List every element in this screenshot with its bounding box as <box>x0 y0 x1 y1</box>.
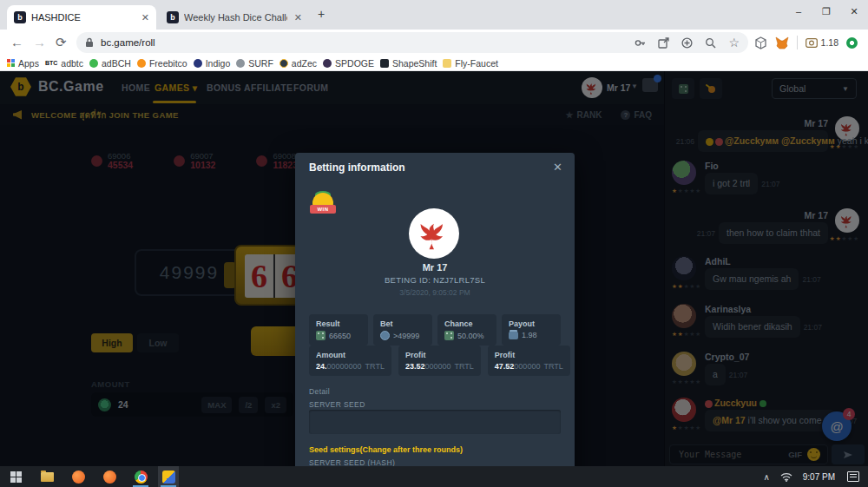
tab-title: HASHDICE <box>31 12 135 23</box>
ticker-icon <box>806 38 818 48</box>
card-label: Profit <box>495 351 563 359</box>
start-button[interactable] <box>5 466 26 487</box>
zoom-icon[interactable] <box>705 37 716 49</box>
server-seed-field[interactable] <box>309 410 561 434</box>
bookmark-spdoge[interactable]: SPDOGE <box>323 58 374 69</box>
window-close-button[interactable]: ✕ <box>840 0 868 23</box>
price-ticker-extension[interactable]: 1.18 <box>806 37 838 48</box>
tray-expand-icon[interactable]: ∧ <box>763 472 769 482</box>
amount-card: Amount 24.00000000TRTL <box>309 346 391 376</box>
phoenix-icon <box>415 214 453 253</box>
modal-close-icon[interactable]: ✕ <box>553 161 562 174</box>
player-avatar[interactable] <box>409 208 459 259</box>
tab-challenge[interactable]: b Weekly Hash Dice Challenge - Se ✕ <box>160 5 309 30</box>
bet-card: Bet >49999 <box>373 314 432 346</box>
stat-cards-row1: Result 66650 Bet >49999 Chance 50.00% Pa… <box>309 314 561 346</box>
shapeshift-icon <box>380 59 389 68</box>
adbch-icon <box>89 59 98 68</box>
taskbar-app-1[interactable] <box>68 466 89 487</box>
page-content: b BC.Game HOME GAMES ▾ BONUS AFFILIATE F… <box>0 71 868 466</box>
bookmark-label: SURF <box>248 58 273 69</box>
bookmark-freebitco[interactable]: Freebitco <box>137 58 187 69</box>
screen: b HASHDICE ✕ b Weekly Hash Dice Challeng… <box>0 0 868 487</box>
bookmark-adbch[interactable]: adBCH <box>89 58 131 69</box>
address-bar[interactable]: bc.game/roll ☆ <box>76 32 748 53</box>
refresh-icon[interactable]: ⟳ <box>56 35 67 50</box>
currency-unit: TRTL <box>365 362 385 371</box>
detail-label: Detail <box>309 387 330 396</box>
tab-hashdice[interactable]: b HASHDICE ✕ <box>7 5 156 30</box>
windows-icon <box>10 471 22 483</box>
amount-strong: 24. <box>316 362 327 371</box>
bookmark-adzec[interactable]: adZec <box>279 58 317 69</box>
indigo-icon <box>194 59 202 68</box>
bookmark-label: Freebitco <box>149 58 187 69</box>
server-seed-hash-label: SERVER SEED (HASH) <box>309 458 395 466</box>
action-center-icon[interactable] <box>847 471 859 482</box>
bookmarks-bar: Apps BTCadbtc adBCH Freebitco Indigo SUR… <box>0 56 868 71</box>
card-label: Bet <box>380 319 425 328</box>
bookmark-surf[interactable]: SURF <box>236 58 273 69</box>
folder-icon <box>41 472 54 482</box>
adblock-icon[interactable] <box>681 37 693 49</box>
card-value: >49999 <box>393 332 419 340</box>
active-app-button[interactable] <box>158 466 179 487</box>
betting-id: BETING ID: NZJ7LRL7SL <box>295 275 575 285</box>
coin-icon <box>380 331 390 340</box>
forward-icon[interactable]: → <box>33 35 46 49</box>
card-label: Chance <box>444 319 490 328</box>
bookmark-label: adBCH <box>102 58 131 69</box>
amount-rest: 00000000 <box>327 362 362 371</box>
taskbar: ∧ 9:07 PM <box>0 466 868 487</box>
bookmark-label: adZec <box>292 58 317 69</box>
tab-close-icon[interactable]: ✕ <box>294 12 302 23</box>
wifi-icon[interactable] <box>780 472 792 482</box>
bookmark-indigo[interactable]: Indigo <box>194 58 231 69</box>
green-extension-icon[interactable] <box>846 37 858 49</box>
app-icon <box>103 471 116 484</box>
chrome-taskbar-button[interactable] <box>130 466 151 487</box>
bookmark-label: Indigo <box>206 58 231 69</box>
window-maximize-button[interactable]: ❐ <box>812 0 840 23</box>
currency-unit: TRTL <box>543 362 562 371</box>
ticker-value: 1.18 <box>821 37 838 48</box>
win-ribbon: WIN <box>310 205 336 214</box>
password-key-icon[interactable] <box>635 37 646 49</box>
file-explorer-button[interactable] <box>36 466 57 487</box>
extension-cube-icon[interactable] <box>754 36 767 49</box>
bookmark-shapeshift[interactable]: ShapeShift <box>380 58 437 69</box>
app-icon <box>162 471 175 484</box>
url-text: bc.game/roll <box>101 37 155 48</box>
back-icon[interactable]: ← <box>10 35 23 49</box>
card-label: Result <box>316 319 361 328</box>
betting-info-modal: Betting information ✕ WIN Mr 17 BETING I… <box>295 153 575 466</box>
profit-rest: 000000 <box>514 362 540 371</box>
payout-card: Payout 1.98 <box>502 314 561 346</box>
freebitco-icon <box>137 59 146 68</box>
tab-title: Weekly Hash Dice Challenge - Se <box>184 12 287 23</box>
bookmark-star-icon[interactable]: ☆ <box>728 37 740 48</box>
win-badge: WIN <box>310 191 336 217</box>
bet-timestamp: 3/5/2020, 9:05:02 PM <box>295 288 575 297</box>
surf-icon <box>236 59 245 68</box>
bookmark-adbtc[interactable]: BTCadbtc <box>45 58 83 69</box>
chrome-icon <box>135 471 148 484</box>
card-value: 1.98 <box>522 331 537 339</box>
card-label: Payout <box>509 319 554 328</box>
bookmark-flyfaucet[interactable]: Fly-Faucet <box>443 58 498 69</box>
new-tab-button[interactable]: + <box>318 7 325 21</box>
profit-total-card: Profit 47.52000000TRTL <box>488 346 570 376</box>
window-minimize-button[interactable]: – <box>785 0 812 23</box>
tab-close-icon[interactable]: ✕ <box>141 12 149 23</box>
result-card: Result 66650 <box>309 314 368 346</box>
clock[interactable]: 9:07 PM <box>803 472 835 482</box>
bookmark-label: Apps <box>18 58 39 69</box>
taskbar-app-2[interactable] <box>99 466 120 487</box>
bookmark-apps[interactable]: Apps <box>7 58 39 69</box>
seed-settings-label: Seed settings(Change after three rounds) <box>309 445 463 454</box>
card-value: 66650 <box>329 332 351 340</box>
metamask-icon[interactable] <box>775 36 789 49</box>
bcgame-favicon: b <box>167 11 179 23</box>
modal-title: Betting information <box>309 161 405 174</box>
share-icon[interactable] <box>658 37 669 49</box>
